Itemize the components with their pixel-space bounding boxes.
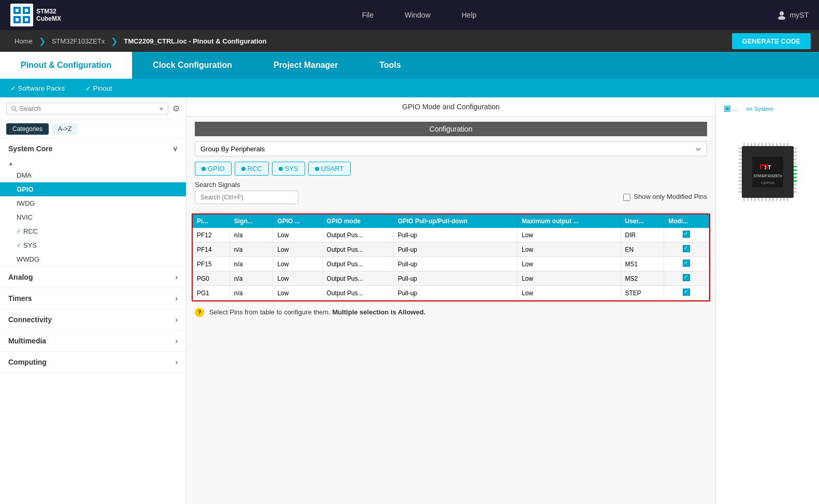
modified-checkbox-cell[interactable] bbox=[664, 242, 709, 257]
section-analog-header[interactable]: Analog › bbox=[0, 267, 186, 287]
modified-checkbox[interactable] bbox=[683, 274, 690, 281]
generate-code-button[interactable]: GENERATE CODE bbox=[732, 33, 811, 49]
col-gpio[interactable]: GPIO ... bbox=[273, 214, 322, 228]
tab-tools[interactable]: Tools bbox=[358, 52, 421, 79]
peripheral-tab-rcc[interactable]: RCC bbox=[235, 162, 269, 176]
modified-checkbox[interactable] bbox=[683, 289, 690, 296]
sort-arrows: ▲ bbox=[0, 159, 186, 168]
breadcrumb-home[interactable]: Home bbox=[8, 37, 39, 45]
sub-tab-software-packs[interactable]: ✓ Software Packs bbox=[10, 84, 65, 92]
table-row[interactable]: PG0n/aLowOutput Pus...Pull-upLowMS2 bbox=[193, 271, 709, 286]
nav-file[interactable]: File bbox=[362, 11, 374, 19]
table-cell: Low bbox=[518, 271, 621, 286]
select-arrow-icon bbox=[695, 146, 701, 152]
sidebar-item-iwdg[interactable]: IWDG bbox=[0, 196, 186, 210]
breadcrumb-arrow-1: ❯ bbox=[39, 36, 46, 46]
col-pull[interactable]: GPIO Pull-up/Pull-down bbox=[393, 214, 517, 228]
peripheral-tab-usart-label: USART bbox=[321, 165, 344, 172]
section-system-core-arrow: ∨ bbox=[173, 145, 178, 153]
peripheral-tab-gpio[interactable]: GPIO bbox=[195, 162, 232, 176]
sidebar-search-input[interactable] bbox=[20, 105, 157, 112]
topbar-user[interactable]: myST bbox=[777, 10, 809, 20]
sys-dot bbox=[279, 167, 283, 171]
modified-checkbox-cell[interactable] bbox=[664, 228, 709, 242]
sidebar-tab-az[interactable]: A->Z bbox=[52, 123, 78, 135]
table-cell: Pull-up bbox=[393, 242, 517, 257]
modified-checkbox-cell[interactable] bbox=[664, 286, 709, 300]
svg-rect-7 bbox=[16, 18, 19, 21]
modified-checkbox[interactable] bbox=[683, 260, 690, 267]
svg-rect-53 bbox=[739, 173, 742, 175]
sidebar-search-area: ⚙ bbox=[0, 97, 186, 120]
tab-pinout[interactable]: Pinout & Configuration bbox=[0, 52, 132, 79]
section-connectivity-header[interactable]: Connectivity › bbox=[0, 309, 186, 330]
svg-rect-70 bbox=[794, 188, 797, 189]
peripheral-tab-sys[interactable]: SYS bbox=[272, 162, 305, 176]
table-row[interactable]: PF12n/aLowOutput Pus...Pull-upLowDIR bbox=[193, 228, 709, 242]
table-row[interactable]: PG1n/aLowOutput Pus...Pull-upLowSTEP bbox=[193, 286, 709, 300]
table-row[interactable]: PF15n/aLowOutput Pus...Pull-upLowMS1 bbox=[193, 257, 709, 271]
modified-checkbox[interactable] bbox=[683, 231, 690, 238]
svg-rect-33 bbox=[743, 198, 745, 201]
sidebar-item-dma[interactable]: DMA bbox=[0, 168, 186, 182]
sidebar-item-sys[interactable]: ✓ SYS bbox=[0, 238, 186, 252]
sidebar-item-nvic[interactable]: NVIC bbox=[0, 210, 186, 224]
breadcrumb-file[interactable]: TMC2209_CTRL.ioc - Pinout & Configuratio… bbox=[118, 37, 272, 45]
table-cell: Pull-up bbox=[393, 271, 517, 286]
sidebar-item-gpio[interactable]: GPIO bbox=[0, 182, 186, 196]
main-tabs: Pinout & Configuration Clock Configurati… bbox=[0, 52, 819, 79]
sidebar-tab-categories[interactable]: Categories bbox=[6, 123, 49, 135]
section-multimedia-header[interactable]: Multimedia › bbox=[0, 330, 186, 351]
col-modified[interactable]: Modi... bbox=[664, 214, 709, 228]
svg-rect-56 bbox=[739, 184, 742, 185]
table-cell: Low bbox=[518, 257, 621, 271]
peripheral-tab-sys-label: SYS bbox=[285, 165, 298, 172]
right-panel-tab-chip[interactable]: ... bbox=[721, 103, 740, 115]
nav-help[interactable]: Help bbox=[462, 11, 477, 19]
col-signal[interactable]: Sign... bbox=[229, 214, 273, 228]
svg-rect-38 bbox=[761, 198, 763, 201]
svg-point-9 bbox=[780, 11, 784, 16]
section-timers-label: Timers bbox=[8, 294, 32, 303]
settings-icon[interactable]: ⚙ bbox=[173, 104, 180, 113]
table-cell: n/a bbox=[229, 228, 273, 242]
dropdown-arrow-icon bbox=[159, 106, 164, 111]
section-timers-header[interactable]: Timers › bbox=[0, 288, 186, 309]
sidebar-item-wwdg[interactable]: WWDG bbox=[0, 252, 186, 266]
col-pin[interactable]: Pi... bbox=[193, 214, 229, 228]
table-cell: Low bbox=[273, 257, 322, 271]
section-timers-arrow: › bbox=[175, 294, 178, 303]
breadcrumb-device[interactable]: STM32F103ZETx bbox=[46, 37, 111, 45]
table-row[interactable]: PF14n/aLowOutput Pus...Pull-upLowEN bbox=[193, 242, 709, 257]
svg-rect-30 bbox=[780, 143, 781, 146]
section-multimedia-label: Multimedia bbox=[8, 337, 46, 345]
modified-checkbox[interactable] bbox=[683, 245, 690, 252]
right-panel-tab-system[interactable]: ≡≡ System bbox=[744, 103, 775, 115]
col-max-output[interactable]: Maximum output ... bbox=[518, 214, 621, 228]
sub-tab-pinout[interactable]: ✓ Pinout bbox=[85, 84, 112, 92]
peripheral-tab-usart[interactable]: USART bbox=[308, 162, 351, 176]
modified-checkbox-cell[interactable] bbox=[664, 257, 709, 271]
group-by-select[interactable]: Group By Peripherals bbox=[195, 141, 707, 156]
section-system-core-header[interactable]: System Core ∨ bbox=[0, 138, 186, 159]
search-wrap[interactable] bbox=[6, 103, 168, 114]
show-modified-checkbox[interactable] bbox=[623, 194, 630, 201]
chip-visualization: ST STM32F103ZETx LQFP144 bbox=[726, 131, 809, 215]
section-computing-header[interactable]: Computing › bbox=[0, 352, 186, 372]
tab-project-manager[interactable]: Project Manager bbox=[253, 52, 358, 79]
modified-checkbox-cell[interactable] bbox=[664, 271, 709, 286]
svg-rect-24 bbox=[758, 143, 759, 146]
sidebar-item-iwdg-label: IWDG bbox=[17, 199, 35, 207]
main-content: GPIO Mode and Configuration Configuratio… bbox=[186, 97, 715, 504]
search-signals-input[interactable] bbox=[195, 191, 298, 204]
sidebar-item-rcc[interactable]: ✓ RCC bbox=[0, 224, 186, 238]
svg-rect-21 bbox=[747, 143, 749, 146]
tab-clock[interactable]: Clock Configuration bbox=[132, 52, 253, 79]
svg-rect-32 bbox=[787, 143, 788, 146]
svg-rect-8 bbox=[25, 18, 28, 21]
gpio-table-header: Pi... Sign... GPIO ... GPIO mode GPIO Pu… bbox=[193, 214, 709, 228]
col-mode[interactable]: GPIO mode bbox=[322, 214, 393, 228]
sort-up-icon[interactable]: ▲ bbox=[8, 161, 178, 166]
col-user[interactable]: User... bbox=[621, 214, 664, 228]
nav-window[interactable]: Window bbox=[405, 11, 430, 19]
